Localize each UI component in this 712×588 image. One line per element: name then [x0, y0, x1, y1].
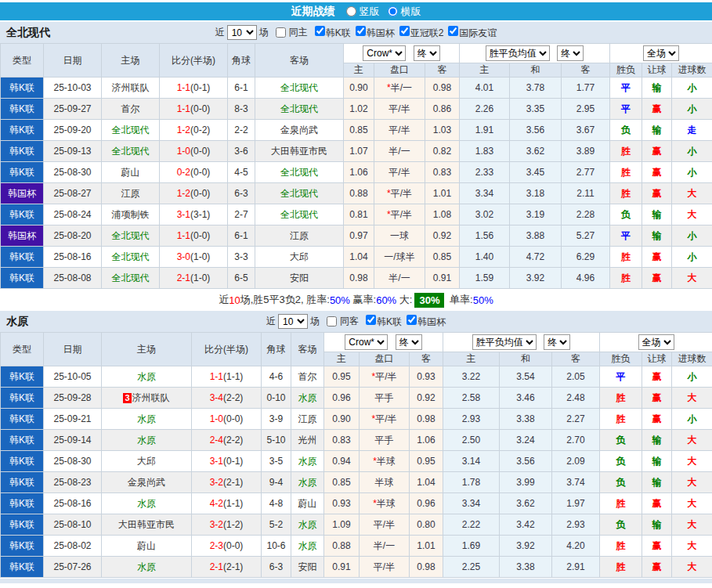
corner-cell: 10-6 — [262, 536, 291, 557]
away-team-cell: 江原 — [255, 225, 344, 247]
half-time-score: (1-0) — [190, 272, 210, 283]
near-label: 近 — [266, 315, 276, 328]
league-checkbox[interactable] — [399, 26, 410, 36]
home-team-name: 水原 — [137, 561, 156, 572]
full-match-select[interactable]: 全场 — [638, 334, 674, 350]
games-count-select[interactable]: 10 — [278, 314, 308, 329]
result-wdl-cell: 胜 — [600, 409, 642, 430]
sub-col-eu-home: 主 — [460, 63, 510, 78]
vertical-layout-radio[interactable] — [346, 6, 356, 16]
away-team-name: 水原 — [298, 540, 317, 551]
col-score: 比分(半场) — [192, 333, 262, 366]
result-goals-cell: 小 — [672, 99, 712, 120]
eu-home-odds-cell: 1.91 — [460, 120, 510, 141]
asia-away-odds-cell: 1.04 — [410, 472, 443, 493]
score-cell: 1-0(0-0) — [192, 409, 262, 430]
table-row: 韩K联25-08-24浦项制铁3-1(3-1)2-7全北现代0.81*平/半1.… — [1, 204, 712, 225]
team1-filter-bar: 全北现代 近 10 场 同主 韩K联韩国杯亚冠联2国际友谊 — [0, 22, 712, 43]
date-cell: 25-08-27 — [44, 183, 102, 204]
eu-away-odds-cell: 2.48 — [552, 388, 600, 409]
avg-odds-select[interactable]: 胜平负均值 — [472, 334, 537, 350]
eu-away-odds-cell: 1.77 — [562, 78, 610, 99]
score-cell: 2-4(2-2) — [192, 430, 262, 451]
full-time-score: 3-2 — [210, 477, 223, 488]
date-cell: 25-10-05 — [44, 366, 102, 388]
league-checkbox[interactable] — [315, 26, 325, 36]
league-label: 亚冠联2 — [410, 27, 444, 40]
handicap-cell: *平/半 — [374, 204, 425, 225]
date-cell: 25-08-20 — [44, 225, 102, 247]
games-count-select[interactable]: 10 — [227, 25, 257, 40]
home-team-cell: 水原 — [102, 430, 192, 451]
handicap-cell: *半球 — [360, 451, 410, 472]
score-cell: 1-2(0-0) — [160, 183, 228, 204]
league-type-cell: 韩国杯 — [1, 225, 44, 247]
half-time-score: (0-1) — [223, 456, 243, 467]
asia-away-odds-cell: 0.92 — [425, 225, 460, 247]
asia-home-odds-cell: 0.94 — [324, 451, 360, 472]
away-team-cell: 全北现代 — [255, 99, 344, 120]
league-checkbox[interactable] — [356, 26, 366, 36]
league-type-cell: 韩K联 — [1, 162, 44, 183]
same-home-checkbox[interactable] — [276, 27, 286, 38]
final-odds-select-2[interactable]: 终 — [544, 334, 570, 350]
result-wdl-cell: 胜 — [600, 557, 642, 578]
table-row: 韩K联25-08-30蔚山0-2(0-0)4-5全北现代1.06平/半0.832… — [1, 162, 712, 183]
league-checkbox[interactable] — [366, 315, 376, 325]
result-handicap-cell: 赢 — [642, 557, 672, 578]
full-match-select[interactable]: 全场 — [643, 45, 679, 61]
bookmaker-select[interactable]: Crow* — [345, 334, 388, 350]
date-cell: 25-08-10 — [44, 514, 102, 536]
eu-draw-odds-cell: 3.46 — [500, 388, 552, 409]
score-cell: 1-1(0-0) — [160, 225, 228, 247]
league-checkbox[interactable] — [448, 26, 458, 36]
result-wdl-cell: 胜 — [610, 268, 642, 289]
final-odds-select-1[interactable]: 终 — [396, 334, 422, 350]
league-label: 韩K联 — [326, 27, 351, 40]
summary-part: 10 — [229, 294, 240, 306]
eu-away-odds-cell: 6.29 — [562, 247, 610, 268]
result-wdl-cell: 负 — [600, 430, 642, 451]
away-team-cell: 大田韩亚市民 — [255, 141, 344, 162]
result-wdl-cell: 负 — [610, 120, 642, 141]
result-goals-cell: 小 — [672, 78, 712, 99]
half-time-score: (0-0) — [190, 230, 210, 241]
eu-draw-odds-cell: 3.24 — [500, 430, 552, 451]
horizontal-layout-radio[interactable] — [388, 6, 398, 16]
bookmaker-select[interactable]: Crow* — [363, 45, 406, 61]
score-cell: 1-0(0-0) — [160, 141, 228, 162]
table-row: 韩K联25-08-16全北现代3-0(1-0)3-3大邱1.04一/球半0.85… — [1, 247, 712, 268]
final-odds-select-1[interactable]: 终 — [414, 45, 440, 61]
score-cell: 0-2(0-0) — [160, 162, 228, 183]
home-team-name: 全北现代 — [112, 272, 150, 283]
full-time-score: 1-2 — [177, 188, 190, 199]
table-row: 韩K联25-10-05水原1-1(1-1)4-6首尔0.95*平/半0.933.… — [1, 366, 712, 388]
sub-col-eu-home: 主 — [443, 352, 500, 366]
table-row: 韩K联25-08-02蔚山2-3(0-0)10-6水原0.88半/一1.011.… — [1, 536, 712, 557]
date-cell: 25-08-23 — [44, 472, 102, 493]
eu-away-odds-cell: 2.91 — [552, 557, 600, 578]
half-time-score: (2-2) — [223, 392, 243, 403]
same-away-checkbox[interactable] — [327, 316, 337, 326]
away-team-name: 安阳 — [290, 272, 309, 283]
result-goals-cell: 大 — [672, 451, 712, 472]
eu-home-odds-cell: 2.26 — [460, 99, 510, 120]
home-team-name: 水原 — [137, 371, 156, 382]
league-type-cell: 韩K联 — [1, 99, 44, 120]
half-time-score: (1-0) — [190, 251, 210, 262]
corner-cell: 3-9 — [262, 409, 291, 430]
date-cell: 25-10-03 — [44, 78, 102, 99]
full-time-score: 3-4 — [210, 392, 223, 403]
corner-cell: 6-1 — [228, 225, 255, 247]
league-checkbox[interactable] — [407, 315, 417, 325]
eu-draw-odds-cell: 3.92 — [500, 536, 552, 557]
asia-away-odds-cell: 0.98 — [410, 409, 443, 430]
asia-home-odds-cell: 1.02 — [344, 99, 374, 120]
near-label: 近 — [215, 26, 225, 39]
asia-home-odds-cell: 0.85 — [344, 120, 374, 141]
eu-away-odds-cell: 2.93 — [552, 514, 600, 536]
avg-odds-select[interactable]: 胜平负均值 — [486, 45, 550, 61]
eu-home-odds-cell: 2.25 — [443, 557, 500, 578]
final-odds-select-2[interactable]: 终 — [557, 45, 584, 61]
result-wdl-cell: 平 — [610, 225, 642, 247]
